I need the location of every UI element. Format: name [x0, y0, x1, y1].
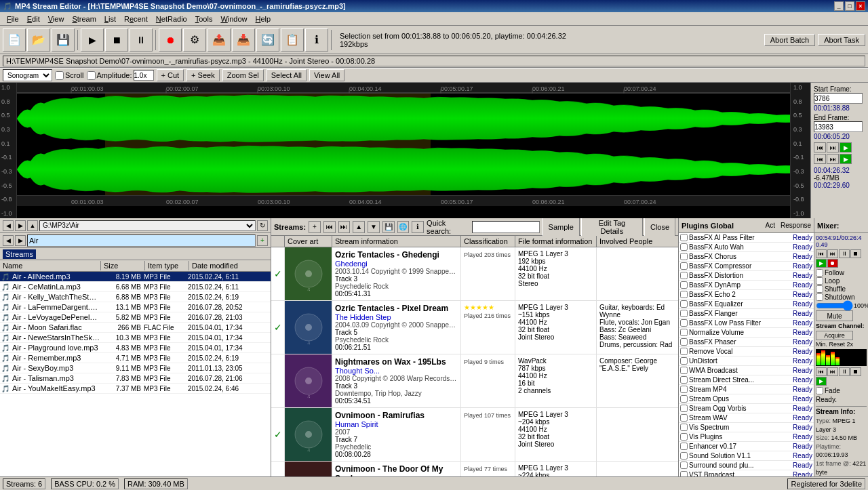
open-btn[interactable]: 📂 — [27, 28, 50, 52]
col-stream-info[interactable]: Stream information — [332, 236, 461, 247]
scroll-checkbox[interactable] — [55, 71, 64, 80]
fb-col-size[interactable]: Size — [101, 261, 145, 270]
fb-back-btn[interactable]: ◀ — [3, 220, 14, 231]
mixer2-next-btn[interactable]: ⏭ — [827, 367, 838, 376]
plugin-row[interactable]: BassFX Auto Wah Ready — [679, 243, 814, 252]
plugin-checkbox[interactable] — [680, 281, 688, 289]
plugin-checkbox[interactable] — [680, 253, 688, 260]
info-btn[interactable]: ℹ — [305, 28, 328, 52]
fb-col-name[interactable]: Name — [0, 261, 101, 270]
plugin-checkbox[interactable] — [680, 357, 688, 365]
mixer-rec-btn[interactable]: ⏺ — [827, 259, 838, 268]
plugin-row[interactable]: BassFX Phaser Ready — [679, 338, 814, 347]
fb-dir-input[interactable] — [27, 234, 256, 247]
plugin-row[interactable]: BassFX Echo 2 Ready — [679, 290, 814, 300]
plugin-checkbox[interactable] — [680, 262, 688, 270]
streams-save-btn[interactable]: 💾 — [382, 221, 395, 233]
plugin-row[interactable]: BassFX DynAmp Ready — [679, 281, 814, 290]
streams-add-btn[interactable]: + — [309, 221, 321, 233]
plugin-checkbox[interactable] — [680, 338, 688, 346]
fade-check[interactable] — [816, 387, 823, 394]
mixer2-pause-btn[interactable]: ⏸ — [839, 367, 850, 376]
menu-recent[interactable]: Recent — [120, 14, 152, 24]
fb-dir-back-btn[interactable]: ◀ — [3, 235, 14, 246]
mixer-pause-btn[interactable]: ⏸ — [839, 249, 850, 258]
plugin-checkbox[interactable] — [680, 300, 688, 308]
plugin-checkbox[interactable] — [680, 310, 688, 317]
plugin-checkbox[interactable] — [680, 234, 688, 241]
plugin-checkbox[interactable] — [680, 471, 688, 476]
mixer-stop-btn[interactable]: ⏹ — [850, 249, 861, 258]
settings-btn[interactable]: ⚙ — [183, 28, 206, 52]
minimize-btn[interactable]: _ — [834, 1, 844, 11]
plugin-row[interactable]: Stream Ogg Vorbis Ready — [679, 404, 814, 413]
fb-add-btn[interactable]: + — [257, 235, 268, 246]
stream-row[interactable]: ✓ ♫ Ozric Tentacles - Pixel Dream The Hi… — [271, 301, 678, 354]
plugin-row[interactable]: Normalize Volume Ready — [679, 328, 814, 338]
fb-dir-forward-btn[interactable]: ▶ — [15, 235, 26, 246]
mute-btn[interactable]: Mute — [816, 310, 853, 321]
mixer2-play-btn[interactable]: ▶ — [816, 377, 827, 386]
plugin-row[interactable]: BassFX Flanger Ready — [679, 309, 814, 319]
plugin-checkbox[interactable] — [680, 462, 688, 469]
follow-check[interactable] — [816, 269, 823, 277]
sample-btn[interactable]: Sample — [542, 218, 580, 237]
fb-path-select[interactable]: G:\MP3z\Air — [39, 220, 256, 231]
quick-search-input[interactable] — [472, 221, 540, 233]
plugin-row[interactable]: Sound Solution V1.1 Ready — [679, 451, 814, 461]
plugin-row[interactable]: WMA Broadcast Ready — [679, 366, 814, 375]
fb-forward-btn[interactable]: ▶ — [15, 220, 26, 231]
plugin-row[interactable]: BassFX Distortion Ready — [679, 271, 814, 281]
plugin-row[interactable]: UnDistort Ready — [679, 356, 814, 366]
fb-file-row[interactable]: 🎵 Air - Talisman.mp3 7.83 MB MP3 File 20… — [0, 373, 271, 384]
shuffle-check[interactable] — [816, 285, 823, 293]
prev2-btn[interactable]: ⏮ — [814, 154, 826, 164]
new-btn[interactable]: 📄 — [3, 28, 26, 52]
fb-file-row[interactable]: 🎵 Air - Playground love.mp3 4.83 MB MP3 … — [0, 343, 271, 353]
plugin-checkbox[interactable] — [680, 291, 688, 298]
next-btn[interactable]: ⏭ — [827, 142, 839, 152]
fb-file-row[interactable]: 🎵 Air - LaFemmeDargent.mp3 13.1 MB MP3 F… — [0, 302, 271, 312]
plugin-checkbox[interactable] — [680, 272, 688, 279]
streams-list[interactable]: ✓ ♫ Ozric Tentacles - Ghedengi Ghedengi … — [271, 247, 678, 476]
plugin-row[interactable]: Stream MP4 Ready — [679, 385, 814, 394]
volume-slider[interactable] — [816, 302, 853, 309]
menu-netradio[interactable]: NetRadio — [152, 14, 191, 24]
sonogram-select[interactable]: Sonogram — [3, 69, 52, 81]
amplitude-checkbox[interactable] — [87, 71, 96, 80]
batch-btn[interactable]: 📋 — [281, 28, 304, 52]
stop-btn[interactable]: ⏹ — [105, 28, 128, 52]
plugin-checkbox[interactable] — [680, 386, 688, 393]
plugin-checkbox[interactable] — [680, 243, 688, 251]
view-all-btn[interactable]: View All — [309, 69, 344, 81]
plugin-row[interactable]: Remove Vocal Ready — [679, 347, 814, 356]
stream-row[interactable]: ♫ Nightmares on Wax - 195Lbs Thought So.… — [271, 354, 678, 408]
cut-btn[interactable]: + Cut — [157, 69, 184, 81]
abort-task-btn[interactable]: Abort Task — [818, 34, 865, 46]
menu-help[interactable]: Help — [252, 14, 275, 24]
menu-list[interactable]: List — [100, 14, 120, 24]
pause-btn[interactable]: ⏸ — [130, 28, 153, 52]
plugin-row[interactable]: BassFX Chorus Ready — [679, 252, 814, 262]
maximize-btn[interactable]: □ — [845, 1, 854, 11]
abort-batch-btn[interactable]: Abort Batch — [764, 34, 815, 46]
stream-row[interactable]: ✓ ♫ Ozric Tentacles - Ghedengi Ghedengi … — [271, 247, 678, 301]
fb-col-type[interactable]: Item type — [145, 261, 189, 270]
plugins-list[interactable]: BassFX AI Pass Filter Ready BassFX Auto … — [679, 233, 814, 476]
col-classification[interactable]: Classification — [461, 236, 515, 247]
streams-net-btn[interactable]: 🌐 — [397, 221, 410, 233]
plugin-row[interactable]: VST Broadcast Ready — [679, 470, 814, 476]
seek-btn[interactable]: + Seek — [186, 69, 220, 81]
plugin-row[interactable]: BassFX AI Pass Filter Ready — [679, 233, 814, 243]
plugin-row[interactable]: Vis Plugins Ready — [679, 432, 814, 442]
fb-file-row[interactable]: 🎵 Air - Remember.mp3 4.71 MB MP3 File 20… — [0, 353, 271, 363]
start-frame-input[interactable] — [814, 93, 863, 104]
plugin-checkbox[interactable] — [680, 319, 688, 327]
plugin-row[interactable]: Vis Spectrum Ready — [679, 423, 814, 432]
plugin-row[interactable]: Stream WAV Ready — [679, 413, 814, 423]
plugin-checkbox[interactable] — [680, 395, 688, 403]
plugin-checkbox[interactable] — [680, 414, 688, 422]
menu-file[interactable]: File — [3, 14, 23, 24]
plugin-checkbox[interactable] — [680, 329, 688, 336]
amplitude-input[interactable] — [134, 70, 154, 81]
